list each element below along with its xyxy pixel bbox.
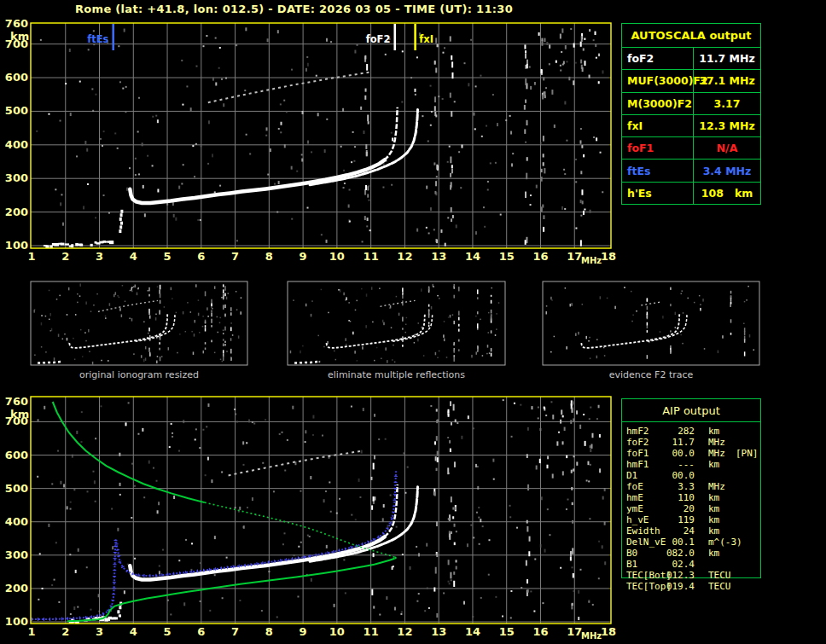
svg-text:14: 14 [465, 250, 480, 263]
svg-text:16: 16 [532, 250, 548, 263]
aip-value: 019.4 [660, 581, 695, 592]
svg-text:11: 11 [364, 250, 379, 263]
aip-unit: km [708, 492, 719, 503]
autoscala-row-foF2: foF211.7 MHz [622, 48, 760, 70]
aip-param: B1 [626, 559, 637, 570]
svg-text:760: 760 [5, 17, 28, 30]
thumbnail-caption-original: original ionogram resized [31, 369, 247, 380]
svg-text:MHz: MHz [581, 256, 602, 265]
aip-param: D1 [626, 470, 637, 481]
autoscala-row-value: 3.17 [694, 97, 760, 110]
series-sporadic-e-trace [44, 241, 113, 248]
aip-unit: km [708, 548, 719, 559]
aip-param: hmF2 [626, 426, 649, 437]
aip-param: foE [626, 481, 643, 492]
svg-text:km: km [10, 408, 29, 421]
svg-text:MHz: MHz [581, 631, 602, 641]
svg-text:17: 17 [567, 250, 582, 263]
marker-ftEs-label: ftEs [87, 33, 108, 45]
autoscala-table-header: AUTOSCALA output [622, 24, 760, 48]
svg-text:100: 100 [5, 239, 28, 252]
top-ionogram-axis-labels: 760700600500400300200100km12345678910111… [5, 17, 616, 265]
svg-text:400: 400 [5, 138, 28, 151]
aip-unit: km [708, 459, 719, 470]
autoscala-row-label: foF2 [622, 48, 694, 69]
svg-text:9: 9 [300, 625, 307, 638]
svg-text:8: 8 [265, 250, 273, 263]
autoscala-row-label: foF1 [622, 137, 694, 159]
svg-text:17: 17 [567, 625, 582, 638]
svg-text:600: 600 [5, 71, 28, 84]
svg-text:600: 600 [5, 449, 28, 461]
aip-unit: MHz [708, 437, 725, 448]
aip-value: --- [660, 459, 695, 470]
marker-foF2-label: foF2 [366, 33, 391, 45]
top-ionogram: ftEsfoF2fxI760700600500400300200100km123… [5, 17, 616, 265]
autoscala-row-foF1: foF1N/A [622, 137, 760, 160]
bottom-ionogram: 760700600500400300200100km12345678910111… [5, 395, 616, 641]
thumbnail-2 [288, 281, 505, 365]
svg-text:1: 1 [27, 250, 35, 263]
aip-value: 20 [660, 503, 695, 514]
svg-text:2: 2 [61, 625, 69, 638]
aip-param: hmE [626, 492, 643, 503]
aip-param: B0 [626, 548, 637, 559]
marker-ftEs: ftEs [87, 24, 114, 50]
autoscala-window: { "window": { "title": "Rome (lat: +41.8… [0, 0, 826, 644]
svg-text:12: 12 [397, 625, 412, 638]
autoscala-output-table: AUTOSCALA output foF211.7 MHzMUF(3000)F2… [621, 23, 761, 205]
autoscala-row-label: ftEs [622, 160, 694, 181]
aip-unit: TECU [708, 581, 731, 592]
aip-value: 24 [660, 525, 695, 537]
series-restored-trace [32, 471, 396, 619]
marker-foF2: foF2 [366, 24, 396, 50]
autoscala-row-h'Es: h'Es108 km [622, 183, 760, 204]
aip-unit: MHz [708, 481, 725, 492]
aip-value: 11.7 [660, 437, 695, 448]
svg-text:300: 300 [5, 548, 28, 561]
autoscala-row-value: 3.4 MHz [694, 165, 760, 177]
aip-value: 02.4 [660, 559, 695, 570]
svg-text:16: 16 [532, 625, 548, 638]
svg-text:4: 4 [130, 250, 137, 263]
svg-text:13: 13 [431, 625, 446, 638]
autoscala-row-ftEs: ftEs3.4 MHz [622, 160, 760, 182]
svg-text:5: 5 [164, 625, 172, 638]
aip-unit: TECU [708, 570, 731, 581]
svg-text:18: 18 [601, 250, 616, 263]
svg-text:8: 8 [265, 625, 273, 638]
autoscala-row-M(3000)F2: M(3000)F23.17 [622, 93, 760, 115]
svg-text:10: 10 [329, 625, 345, 638]
series-f2-extraordinary-trace [310, 487, 417, 562]
thumbnail-caption-evidence: evidence F2 trace [543, 369, 759, 380]
autoscala-row-fxI: fxI12.3 MHz [622, 115, 760, 137]
aip-value: 282 [660, 426, 695, 437]
series-second-hop-multiple-reflection [208, 72, 371, 102]
svg-text:15: 15 [499, 250, 515, 263]
svg-text:1: 1 [27, 625, 35, 638]
series-electron-density-profile-topside [53, 402, 395, 557]
marker-fxI-label: fxI [419, 33, 433, 45]
svg-text:760: 760 [5, 395, 28, 408]
aip-table-header: AIP output [622, 404, 760, 417]
svg-text:12: 12 [397, 250, 412, 263]
svg-text:7: 7 [231, 250, 239, 263]
series-f2-ordinary-trace [130, 107, 397, 203]
svg-text:2: 2 [61, 250, 69, 263]
aip-param: foF1 [626, 448, 649, 459]
aip-value: 00.0 [660, 470, 695, 481]
svg-text:6: 6 [197, 625, 205, 638]
svg-text:9: 9 [300, 250, 307, 263]
series-f2-extraordinary-trace [310, 110, 417, 185]
svg-text:100: 100 [5, 615, 28, 628]
aip-value: 00.0 [660, 448, 695, 459]
svg-text:7: 7 [231, 625, 239, 638]
aip-param: foF2 [626, 437, 649, 448]
svg-text:11: 11 [364, 625, 379, 638]
autoscala-row-label: M(3000)F2 [622, 93, 694, 114]
aip-unit: km [708, 426, 719, 437]
aip-value: 3.3 [660, 481, 695, 492]
autoscala-row-label: fxI [622, 115, 694, 136]
autoscala-row-value: 37.1 MHz [694, 74, 760, 87]
svg-text:10: 10 [329, 250, 345, 263]
